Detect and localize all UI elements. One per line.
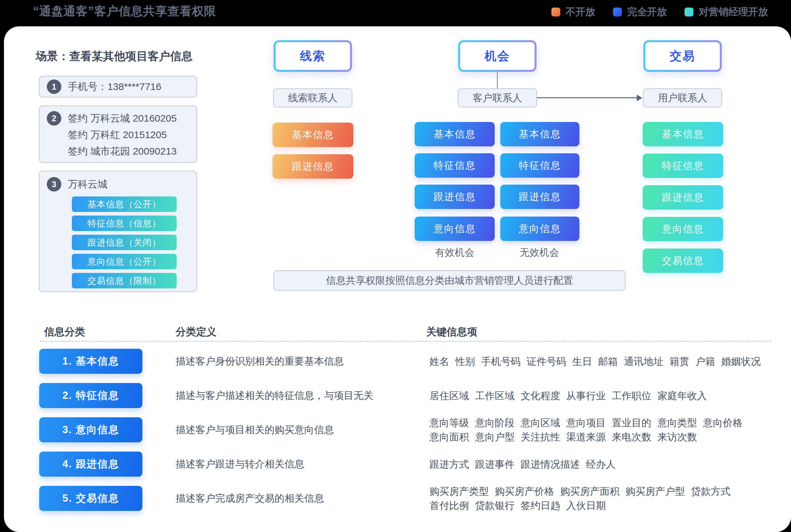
permission-pill: 特征信息（信息）: [72, 215, 177, 231]
valid-opp-info-pill: 特征信息: [414, 153, 495, 178]
table-row: 5. 交易信息 描述客户完成房产交易的相关信息 购买房产类型 购买房产价格 购买…: [39, 486, 791, 511]
legend: 不开放 完全开放 对营销经理开放: [552, 5, 768, 19]
legend-item-full-access: 完全开放: [613, 5, 667, 19]
category-definition: 描述客户完成房产交易的相关信息: [176, 492, 403, 505]
opportunity-contact-box: 客户联系人: [458, 88, 537, 108]
key-items-line: 跟进方式 跟进事件 跟进情况描述 经办人: [429, 457, 791, 471]
full-access-swatch-icon: [613, 7, 622, 17]
table-row: 4. 跟进信息 描述客户跟进与转介相关信息 跟进方式 跟进事件 跟进情况描述 经…: [39, 452, 791, 477]
lead-info-pill: 跟进信息: [273, 154, 353, 179]
category-definition: 描述客户跟进与转介相关信息: [176, 457, 403, 471]
scenario-step-1: 1 手机号：138****7716: [39, 76, 197, 98]
category-definition: 描述客户身份识别相关的重要基本信息: [176, 355, 403, 368]
deal-contact-box: 用户联系人: [643, 88, 722, 108]
category-table: 1. 基本信息 描述客户身份识别相关的重要基本信息 姓名 性别 手机号码 证件号…: [39, 349, 791, 520]
main-card: 场景：查看某其他项目客户信息 1 手机号：138****7716 2 签约 万科…: [4, 26, 791, 532]
table-header-key-items: 关键信息项: [426, 325, 477, 339]
step-2-badge: 2: [47, 111, 61, 126]
deal-info-pill: 意向信息: [643, 217, 723, 241]
category-definition: 描述与客户描述相关的特征信息，与项目无关: [176, 389, 403, 402]
step-3-project: 万科云城: [68, 178, 108, 191]
invalid-opportunity-label: 无效机会: [499, 246, 579, 260]
key-items-line: 意向面积 意向户型 关注抗性 渠道来源 来电次数 来访次数: [429, 430, 791, 444]
table-row: 2. 特征信息 描述与客户描述相关的特征信息，与项目无关 居住区域 工作区域 文…: [39, 383, 791, 408]
invalid-opp-info-pill: 特征信息: [500, 153, 579, 178]
stage-lead-label: 线索: [275, 42, 350, 70]
category-definition: 描述客户与项目相关的购买意向信息: [176, 423, 403, 437]
arrowhead-icon: [637, 95, 642, 101]
stage-deal-label: 交易: [645, 42, 720, 70]
step-2-line: 签约 城市花园 20090213: [68, 143, 196, 159]
deal-info-pill: 跟进信息: [643, 185, 723, 210]
table-header-definition: 分类定义: [176, 325, 216, 339]
step-3-badge: 3: [47, 177, 61, 191]
permission-pill: 意向信息（公开）: [72, 254, 177, 269]
page-title: “通盘通客”客户信息共享查看权限: [33, 3, 216, 19]
scenario-step-2: 2 签约 万科云城 20160205 签约 万科红 20151205 签约 城市…: [39, 106, 197, 163]
table-row: 3. 意向信息 描述客户与项目相关的购买意向信息 意向等级 意向阶段 意向区域 …: [39, 417, 791, 442]
category-pill: 1. 基本信息: [39, 349, 142, 374]
permission-pill: 基本信息（公开）: [72, 196, 177, 212]
lead-contact-box: 线索联系人: [273, 88, 352, 108]
category-pill: 2. 特征信息: [39, 383, 142, 408]
manager-access-swatch-icon: [684, 7, 693, 17]
legend-label: 不开放: [565, 5, 595, 19]
stage-opportunity: 机会: [458, 40, 537, 72]
permission-pill: 跟进信息（关闭）: [72, 235, 177, 250]
invalid-opp-info-pill: 意向信息: [500, 216, 579, 241]
table-header-category: 信息分类: [44, 325, 85, 339]
category-pill: 4. 跟进信息: [39, 452, 142, 477]
valid-opp-info-pill: 基本信息: [414, 122, 495, 146]
key-items-line: 居住区域 工作区域 文化程度 从事行业 工作职位 家庭年收入: [429, 388, 791, 403]
legend-label: 完全开放: [627, 5, 667, 19]
deal-info-pill: 交易信息: [643, 249, 723, 273]
connector-vertical-line: [497, 72, 498, 88]
stage-lead: 线索: [273, 40, 352, 72]
step-1-badge: 1: [47, 79, 61, 94]
invalid-opp-info-pill: 跟进信息: [500, 185, 579, 209]
no-access-swatch-icon: [552, 7, 560, 17]
legend-label: 对营销经理开放: [699, 5, 768, 19]
step-1-text: 手机号：138****7716: [68, 80, 161, 94]
lead-info-pill: 基本信息: [273, 122, 353, 147]
table-row: 1. 基本信息 描述客户身份识别相关的重要基本信息 姓名 性别 手机号码 证件号…: [39, 349, 791, 374]
key-items-line: 购买房产类型 购买房产价格 购买房产面积 购买房产户型 贷款方式: [429, 484, 791, 498]
table-separator: [40, 341, 771, 342]
step-2-line: 签约 万科红 20151205: [68, 127, 196, 143]
category-pill: 5. 交易信息: [39, 486, 142, 511]
invalid-opp-info-pill: 基本信息: [500, 122, 579, 146]
step-2-line: 签约 万科云城 20160205: [68, 112, 177, 125]
stage-deal: 交易: [643, 40, 722, 72]
legend-item-manager-access: 对营销经理开放: [684, 5, 768, 19]
key-items-line: 姓名 性别 手机号码 证件号码 生日 邮箱 通讯地址 籍贯 户籍 婚姻状况: [429, 354, 791, 368]
connector-arrow-line: [537, 97, 638, 98]
stage-opportunity-label: 机会: [460, 42, 535, 70]
scenario-title: 场景：查看某其他项目客户信息: [36, 49, 192, 64]
config-note-banner: 信息共享权限按照信息分类由城市营销管理人员进行配置: [273, 270, 625, 291]
category-pill: 3. 意向信息: [39, 417, 142, 442]
key-items-line: 意向等级 意向阶段 意向区域 意向项目 置业目的 意向类型 意向价格: [429, 416, 791, 430]
legend-item-no-access: 不开放: [552, 5, 595, 19]
deal-info-pill: 基本信息: [643, 122, 723, 146]
valid-opp-info-pill: 跟进信息: [414, 185, 495, 209]
valid-opportunity-label: 有效机会: [414, 246, 495, 260]
key-items-line: 首付比例 贷款银行 签约日趋 入伙日期: [429, 498, 791, 513]
scenario-step-3: 3 万科云城 基本信息（公开） 特征信息（信息） 跟进信息（关闭） 意向信息（公…: [39, 171, 197, 292]
permission-pill: 交易信息（限制）: [72, 273, 177, 288]
valid-opp-info-pill: 意向信息: [414, 216, 495, 241]
deal-info-pill: 特征信息: [643, 154, 723, 178]
